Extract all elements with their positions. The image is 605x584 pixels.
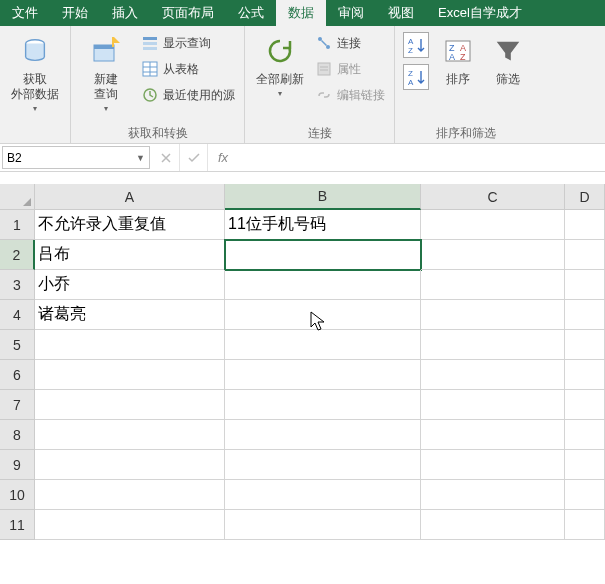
ribbon-group-get-transform: 新建查询 ▾ 显示查询 从表格 最近使用的源 获取和转换 [71, 26, 245, 143]
cell-C2[interactable] [421, 240, 565, 270]
edit-links-icon [316, 87, 332, 103]
cell-B5[interactable] [225, 330, 421, 360]
cell-B4[interactable] [225, 300, 421, 330]
tab-formulas[interactable]: 公式 [226, 0, 276, 26]
svg-point-13 [326, 45, 330, 49]
enter-formula-button[interactable] [180, 144, 208, 171]
cell-B9[interactable] [225, 450, 421, 480]
cell-D11[interactable] [565, 510, 605, 540]
cell-B8[interactable] [225, 420, 421, 450]
cell-C6[interactable] [421, 360, 565, 390]
cell-C8[interactable] [421, 420, 565, 450]
cell-A1[interactable]: 不允许录入重复值 [35, 210, 225, 240]
svg-text:A: A [449, 52, 455, 62]
cell-D1[interactable] [565, 210, 605, 240]
cell-A4[interactable]: 诸葛亮 [35, 300, 225, 330]
tab-addin[interactable]: Excel自学成才 [426, 0, 534, 26]
row-header-7[interactable]: 7 [0, 390, 35, 420]
cell-A10[interactable] [35, 480, 225, 510]
tab-insert[interactable]: 插入 [100, 0, 150, 26]
filter-button[interactable]: 筛选 [485, 30, 531, 91]
svg-text:A: A [408, 78, 414, 87]
cell-C11[interactable] [421, 510, 565, 540]
column-header-A[interactable]: A [35, 184, 225, 210]
chevron-down-icon: ▾ [33, 104, 37, 113]
cancel-formula-button[interactable] [152, 144, 180, 171]
cell-A7[interactable] [35, 390, 225, 420]
connections-button[interactable]: 连接 [313, 32, 388, 54]
sort-asc-button[interactable]: AZ [403, 32, 429, 58]
cell-D4[interactable] [565, 300, 605, 330]
properties-button[interactable]: 属性 [313, 58, 388, 80]
cell-B1[interactable]: 11位手机号码 [225, 210, 421, 240]
cell-D6[interactable] [565, 360, 605, 390]
column-header-C[interactable]: C [421, 184, 565, 210]
row-header-8[interactable]: 8 [0, 420, 35, 450]
get-external-data-button[interactable]: 获取外部数据 ▾ [6, 30, 64, 117]
sort-dialog-button[interactable]: ZAAZ 排序 [435, 30, 481, 91]
column-header-B[interactable]: B [225, 184, 421, 210]
select-all-button[interactable] [0, 184, 35, 210]
tab-review[interactable]: 审阅 [326, 0, 376, 26]
tab-file[interactable]: 文件 [0, 0, 50, 26]
cell-C1[interactable] [421, 210, 565, 240]
row-header-1[interactable]: 1 [0, 210, 35, 240]
connections-label: 连接 [337, 35, 361, 52]
cell-D8[interactable] [565, 420, 605, 450]
tab-view[interactable]: 视图 [376, 0, 426, 26]
from-table-button[interactable]: 从表格 [139, 58, 238, 80]
filter-label: 筛选 [496, 72, 520, 87]
cell-C3[interactable] [421, 270, 565, 300]
refresh-all-button[interactable]: 全部刷新 ▾ [251, 30, 309, 102]
tab-data[interactable]: 数据 [276, 0, 326, 26]
sort-desc-button[interactable]: ZA [403, 64, 429, 90]
cell-D2[interactable] [565, 240, 605, 270]
cell-C4[interactable] [421, 300, 565, 330]
cell-C10[interactable] [421, 480, 565, 510]
row-header-3[interactable]: 3 [0, 270, 35, 300]
cell-A8[interactable] [35, 420, 225, 450]
svg-text:Z: Z [408, 46, 413, 55]
cell-D10[interactable] [565, 480, 605, 510]
cell-C9[interactable] [421, 450, 565, 480]
tab-home[interactable]: 开始 [50, 0, 100, 26]
row-header-9[interactable]: 9 [0, 450, 35, 480]
cell-D5[interactable] [565, 330, 605, 360]
cell-A5[interactable] [35, 330, 225, 360]
formula-input[interactable] [238, 144, 605, 171]
cell-B11[interactable] [225, 510, 421, 540]
cell-B6[interactable] [225, 360, 421, 390]
cell-C7[interactable] [421, 390, 565, 420]
cell-C5[interactable] [421, 330, 565, 360]
recent-sources-button[interactable]: 最近使用的源 [139, 84, 238, 106]
cell-B10[interactable] [225, 480, 421, 510]
cell-B3[interactable] [225, 270, 421, 300]
chevron-down-icon: ▼ [136, 153, 145, 163]
tab-pagelayout[interactable]: 页面布局 [150, 0, 226, 26]
row-header-11[interactable]: 11 [0, 510, 35, 540]
show-queries-button[interactable]: 显示查询 [139, 32, 238, 54]
cell-A9[interactable] [35, 450, 225, 480]
row-header-4[interactable]: 4 [0, 300, 35, 330]
cell-A11[interactable] [35, 510, 225, 540]
row-header-5[interactable]: 5 [0, 330, 35, 360]
row-header-2[interactable]: 2 [0, 240, 35, 270]
fx-icon[interactable]: fx [208, 144, 238, 171]
cell-A6[interactable] [35, 360, 225, 390]
column-header-D[interactable]: D [565, 184, 605, 210]
show-queries-label: 显示查询 [163, 35, 211, 52]
row-header-6[interactable]: 6 [0, 360, 35, 390]
cell-D3[interactable] [565, 270, 605, 300]
cell-B7[interactable] [225, 390, 421, 420]
cell-A2[interactable]: 吕布 [35, 240, 225, 270]
new-query-button[interactable]: 新建查询 ▾ [77, 30, 135, 117]
cell-D9[interactable] [565, 450, 605, 480]
edit-links-button[interactable]: 编辑链接 [313, 84, 388, 106]
cell-A3[interactable]: 小乔 [35, 270, 225, 300]
group-label-sort-filter: 排序和筛选 [401, 123, 531, 141]
name-box[interactable]: B2 ▼ [2, 146, 150, 169]
row-header-10[interactable]: 10 [0, 480, 35, 510]
cell-D7[interactable] [565, 390, 605, 420]
ribbon: 获取外部数据 ▾ 新建查询 ▾ 显示查询 从表格 [0, 26, 605, 144]
cell-B2[interactable] [225, 240, 421, 270]
